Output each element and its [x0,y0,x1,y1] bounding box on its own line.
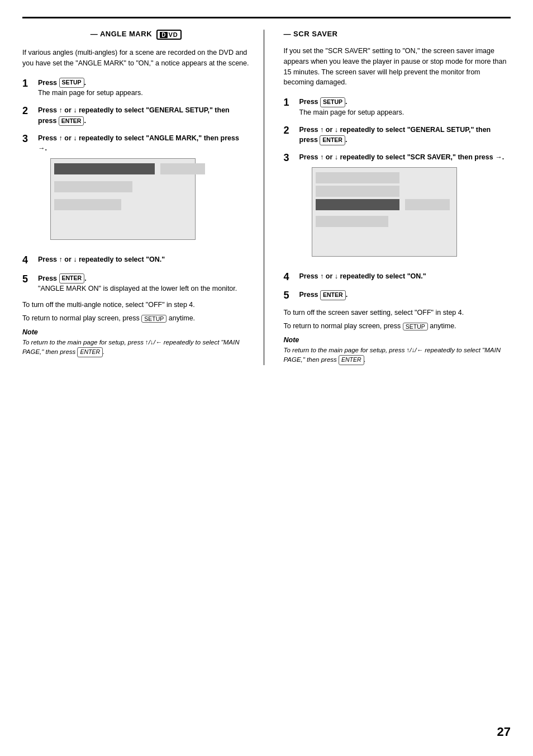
step-5-left-subtext: "ANGLE MARK ON" is displayed at the lowe… [38,285,237,292]
angle-mark-title-text: — ANGLE MARK [91,30,152,38]
scr-diagram-row-1 [316,172,399,183]
scr-diagram-row-2 [316,186,399,197]
step-4-right: 4 Press ↑ or ↓ repeatedly to select "ON.… [284,271,511,284]
angle-mark-title: — ANGLE MARK DVD [22,30,250,40]
step-num-3-right: 3 [284,152,296,164]
diagram-spacer1 [54,177,192,181]
return-normal-angle: To return to normal play screen, press S… [22,314,250,323]
dvd-inner: D [160,32,168,38]
note-left: Note To return to the main page for setu… [22,328,250,357]
enter-kbd-note-right: ENTER [339,355,364,365]
note-title-left: Note [22,328,250,336]
return-normal-scr-anytime: anytime. [430,322,456,330]
setup-kbd-return-left: SETUP [141,315,166,323]
setup-kbd-1-right: SETUP [320,97,345,107]
step-content-1-left: Press SETUP. The main page for setup app… [38,78,250,99]
step-content-3-left: Press ↑ or ↓ repeatedly to select "ANGLE… [38,133,250,248]
col-left: — ANGLE MARK DVD If various angles (mult… [22,30,264,365]
step-content-4-left: Press ↑ or ↓ repeatedly to select "ON." [38,254,250,265]
enter-kbd-2-right: ENTER [320,135,345,145]
step-num-5-left: 5 [22,273,35,286]
scr-diagram-right-box [405,199,450,210]
top-rule [22,17,511,18]
return-normal-angle-text: To return to normal play screen, press [22,314,140,322]
step-3-left: 3 Press ↑ or ↓ repeatedly to select "ANG… [22,133,250,248]
step-content-4-right: Press ↑ or ↓ repeatedly to select "ON." [299,271,511,282]
step-5-right: 5 Press ENTER. [284,290,511,302]
step-num-2-left: 2 [22,105,35,117]
step-4-left: 4 Press ↑ or ↓ repeatedly to select "ON.… [22,254,250,267]
scr-saver-title: — SCR SAVER [284,30,511,38]
col-right: — SCR SAVER If you set the "SCR SAVER" s… [281,30,511,365]
scr-saver-desc: If you set the "SCR SAVER" setting to "O… [284,46,511,88]
page-number: 27 [497,725,511,739]
enter-kbd-5-left: ENTER [59,273,85,284]
diagram-row-selected [54,163,155,174]
angle-mark-desc: If various angles (multi-angles) for a s… [22,48,250,69]
step-num-5-right: 5 [284,290,296,302]
diagram-bottom-space [54,212,192,235]
step-5-left: 5 Press ENTER. "ANGLE MARK ON" is displa… [22,273,250,295]
note-title-right: Note [284,336,511,344]
step-num-4-left: 4 [22,254,35,267]
note-text-right-span: To return to the main page for setup, pr… [284,347,501,363]
step-content-2-right: Press ↑ or ↓ repeatedly to select "GENER… [299,125,511,146]
step-content-1-right: Press SETUP. The main page for setup app… [299,97,511,118]
note-right: Note To return to the main page for setu… [284,336,511,365]
setup-kbd-return-right: SETUP [403,323,428,330]
enter-kbd-2-left: ENTER [59,116,84,126]
note-text-right: To return to the main page for setup, pr… [284,346,511,365]
step-content-2-left: Press ↑ or ↓ repeatedly to select "GENER… [38,105,250,126]
step-content-5-left: Press ENTER. "ANGLE MARK ON" is displaye… [38,273,250,295]
step-2-right: 2 Press ↑ or ↓ repeatedly to select "GEN… [284,125,511,146]
step-1-right: 1 Press SETUP. The main page for setup a… [284,97,511,118]
step-3-right: 3 Press ↑ or ↓ repeatedly to select "SCR… [284,152,511,264]
scr-saver-diagram [312,167,457,257]
enter-kbd-5-right: ENTER [320,290,346,300]
note-text-left-span: To return to the main page for setup, pr… [22,339,239,355]
step-1-right-subtext: The main page for setup appears. [299,108,404,116]
turn-off-scr: To turn off the screen saver setting, se… [284,309,511,316]
scr-saver-title-text: — SCR SAVER [284,30,338,38]
diagram-spacer2 [54,195,192,199]
step-content-3-right: Press ↑ or ↓ repeatedly to select "SCR S… [299,152,511,264]
scr-diagram-row-4 [316,216,388,227]
step-1-left: 1 Press SETUP. The main page for setup a… [22,78,250,99]
angle-mark-diagram [50,158,196,240]
step-num-3-left: 3 [22,133,35,145]
return-normal-angle-anytime: anytime. [169,314,195,322]
note-text-left: To return to the main page for setup, pr… [22,338,250,357]
step-content-5-right: Press ENTER. [299,290,511,300]
page-container: — ANGLE MARK DVD If various angles (mult… [0,0,533,756]
step-num-4-right: 4 [284,271,296,284]
diagram-row-3 [54,199,121,210]
step-num-1-left: 1 [22,78,35,90]
setup-kbd-1-left: SETUP [59,78,84,88]
turn-off-angle: To turn off the multi-angle notice, sele… [22,301,250,309]
step-2-left: 2 Press ↑ or ↓ repeatedly to select "GEN… [22,105,250,126]
enter-kbd-note-left: ENTER [77,347,103,357]
step-1-left-subtext: The main page for setup appears. [38,89,143,97]
diagram-right-box [160,163,205,174]
return-normal-scr-text: To return to normal play screen, press [284,322,401,330]
step-num-1-right: 1 [284,97,296,109]
step-num-2-right: 2 [284,125,296,137]
return-normal-scr: To return to normal play screen, press S… [284,322,511,330]
diagram-row-2 [54,181,132,192]
dvd-badge: DVD [156,30,182,40]
scr-diagram-bottom [316,229,453,252]
scr-diagram-row-selected [316,199,399,210]
columns: — ANGLE MARK DVD If various angles (mult… [22,30,511,365]
